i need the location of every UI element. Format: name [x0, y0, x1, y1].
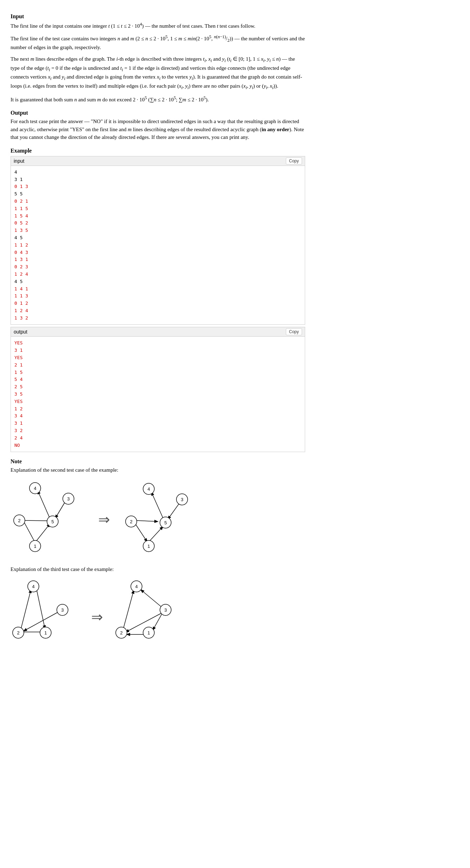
svg-line-43: [141, 590, 162, 607]
svg-line-4: [55, 500, 66, 518]
svg-text:1: 1: [147, 544, 150, 549]
svg-text:2: 2: [17, 630, 19, 635]
svg-line-1: [35, 524, 50, 543]
output-section: Output For each test case print the answ…: [11, 110, 305, 141]
input-copy-button[interactable]: Copy: [286, 157, 302, 164]
note-section: Note Explanation of the second test case…: [11, 458, 305, 654]
svg-text:5: 5: [51, 519, 54, 524]
input-para-4: It is guaranteed that both sum n and sum…: [11, 95, 305, 104]
svg-text:3: 3: [61, 607, 63, 613]
svg-text:1: 1: [147, 630, 150, 635]
svg-line-32: [21, 590, 31, 628]
input-para-1: The first line of the input contains one…: [11, 21, 305, 30]
diagram-after-3: 4 3 2 1: [114, 580, 191, 654]
output-label-text: output: [14, 329, 27, 335]
svg-line-16: [150, 527, 163, 541]
note-text-2: Explanation of the third test case of th…: [11, 565, 305, 573]
svg-text:1: 1: [34, 544, 36, 549]
diagram-before-2: 4 3 2 5 1: [11, 481, 88, 558]
input-para-2: The first line of the test case contains…: [11, 34, 305, 52]
svg-text:4: 4: [147, 486, 150, 492]
svg-text:1: 1: [44, 630, 47, 635]
svg-line-17: [152, 492, 163, 519]
input-section: Input The first line of the input contai…: [11, 13, 305, 103]
output-code: YES 3 1 YES 2 1 1 5 5 4 2 5 3 5 YES 1 2 …: [11, 336, 305, 452]
svg-line-46: [123, 591, 134, 628]
input-label-bar: input Copy: [11, 156, 305, 166]
output-block: output Copy YES 3 1 YES 2 1 1 5 5 4 2 5 …: [11, 327, 305, 452]
svg-line-3: [24, 520, 50, 521]
output-para: For each test case print the answer — "N…: [11, 117, 305, 141]
svg-line-2: [38, 491, 50, 519]
output-title: Output: [11, 110, 305, 116]
svg-line-19: [168, 503, 180, 519]
svg-text:5: 5: [164, 520, 167, 525]
note-text-1: Explanation of the second test case of t…: [11, 466, 305, 474]
svg-text:2: 2: [130, 519, 132, 524]
transform-arrow-2: ⇒: [91, 609, 103, 625]
input-code: 4 3 1 0 1 3 5 5 0 2 1 1 1 5 1 5 4 0 5 2 …: [11, 166, 305, 325]
output-copy-button[interactable]: Copy: [286, 328, 302, 335]
svg-line-45: [126, 613, 161, 632]
svg-line-0: [23, 520, 35, 543]
diagram-row-1: 4 3 2 5 1 ⇒: [11, 481, 305, 558]
diagram-before-3: 4 3 2 1: [11, 580, 81, 654]
example-title: Example: [11, 148, 305, 154]
svg-text:3: 3: [67, 496, 69, 502]
input-label-text: input: [14, 158, 24, 164]
output-label-bar: output Copy: [11, 327, 305, 336]
svg-line-33: [24, 612, 59, 631]
diagram-row-2: 4 3 2 1 ⇒: [11, 580, 305, 654]
note-title: Note: [11, 458, 305, 465]
input-title: Input: [11, 13, 305, 20]
svg-text:2: 2: [120, 630, 122, 635]
svg-text:4: 4: [135, 584, 137, 589]
input-para-3: The next m lines describe edges of the g…: [11, 55, 305, 91]
svg-text:4: 4: [32, 584, 34, 589]
svg-line-30: [37, 591, 45, 628]
example-section: Example input Copy 4 3 1 0 1 3 5 5 0 2 1…: [11, 148, 305, 452]
svg-line-18: [135, 520, 157, 522]
svg-text:2: 2: [18, 518, 20, 523]
diagram-after-2: 4 3 2 5 1: [121, 481, 205, 558]
svg-line-15: [135, 524, 147, 541]
svg-text:3: 3: [164, 607, 167, 613]
transform-arrow-1: ⇒: [98, 511, 110, 528]
input-block: input Copy 4 3 1 0 1 3 5 5 0 2 1 1 1 5 1…: [11, 156, 305, 325]
svg-text:4: 4: [34, 486, 36, 491]
svg-text:3: 3: [181, 497, 183, 502]
